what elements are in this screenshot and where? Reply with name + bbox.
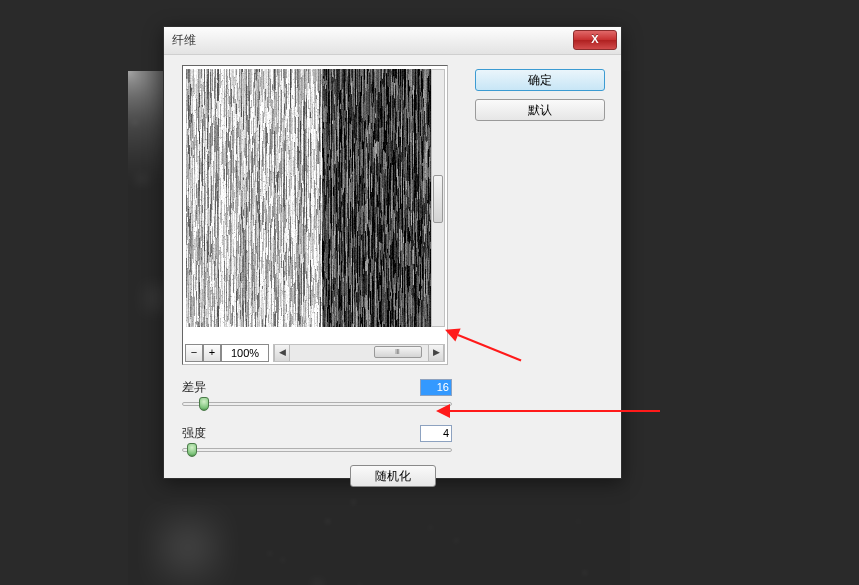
strength-label: 强度 <box>182 425 206 442</box>
preview-frame: − + 100% ◀ Ⅲ ▶ <box>182 65 448 365</box>
dialog-title: 纤维 <box>172 32 196 49</box>
strength-slider-group: 强度 4 <box>182 425 452 452</box>
hscroll-left-arrow-icon[interactable]: ◀ <box>274 345 290 361</box>
preview-image[interactable] <box>186 69 432 327</box>
dialog-titlebar[interactable]: 纤维 X <box>164 27 621 55</box>
variance-slider-group: 差异 16 <box>182 379 452 406</box>
preview-vertical-thumb[interactable] <box>433 175 443 223</box>
close-button[interactable]: X <box>573 30 617 50</box>
dialog-button-column: 确定 默认 <box>475 69 605 121</box>
preview-bottom-bar: − + 100% ◀ Ⅲ ▶ <box>185 344 445 362</box>
fiber-render <box>186 69 432 327</box>
zoom-level: 100% <box>221 344 269 362</box>
strength-slider-track[interactable] <box>182 448 452 452</box>
close-icon: X <box>591 33 598 45</box>
preview-horizontal-thumb[interactable]: Ⅲ <box>374 346 422 358</box>
variance-label: 差异 <box>182 379 206 396</box>
default-button[interactable]: 默认 <box>475 99 605 121</box>
strength-slider-thumb[interactable] <box>187 443 197 457</box>
ok-button[interactable]: 确定 <box>475 69 605 91</box>
zoom-out-button[interactable]: − <box>185 344 203 362</box>
randomize-button[interactable]: 随机化 <box>350 465 436 487</box>
preview-horizontal-scrollbar[interactable]: ◀ Ⅲ ▶ <box>273 344 445 362</box>
strength-value-input[interactable]: 4 <box>420 425 452 442</box>
zoom-in-button[interactable]: + <box>203 344 221 362</box>
arrow-head-icon <box>436 404 450 418</box>
variance-value-input[interactable]: 16 <box>420 379 452 396</box>
annotation-arrow-2 <box>450 410 660 412</box>
preview-vertical-scrollbar[interactable] <box>431 69 445 327</box>
randomize-row: 随机化 <box>164 465 621 487</box>
variance-slider-track[interactable] <box>182 402 452 406</box>
variance-slider-thumb[interactable] <box>199 397 209 411</box>
dialog-body: − + 100% ◀ Ⅲ ▶ 确定 默认 差异 16 <box>164 55 621 478</box>
hscroll-right-arrow-icon[interactable]: ▶ <box>428 345 444 361</box>
